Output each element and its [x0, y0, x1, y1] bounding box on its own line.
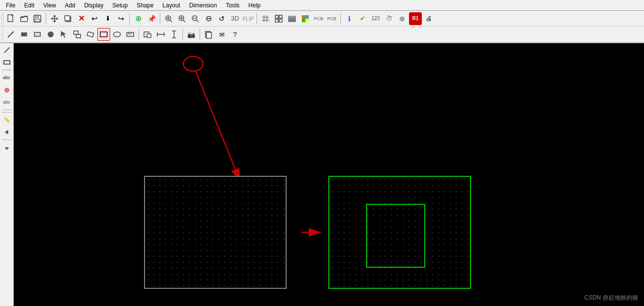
pcb2-button[interactable]: PCB	[325, 12, 338, 25]
sidebar-text-abc2[interactable]: abc	[1, 96, 13, 108]
zoom-in-button[interactable]	[176, 12, 188, 25]
menu-layout[interactable]: Layout	[159, 1, 184, 10]
svg-rect-41	[100, 32, 107, 37]
info-button[interactable]: ℹ	[343, 12, 355, 25]
svg-rect-32	[305, 19, 309, 22]
sidebar-sep2	[2, 110, 12, 110]
filled-rect-tool[interactable]	[18, 28, 30, 41]
diagram-right	[328, 176, 471, 289]
check-button[interactable]: ✔	[356, 12, 369, 25]
sidebar-ruler[interactable]: 📏	[1, 114, 13, 126]
sidebar-text-plus[interactable]: ⊕	[1, 84, 13, 96]
menu-display[interactable]: Display	[80, 1, 107, 10]
sep-t2-1	[139, 28, 139, 40]
zoom-prev-button[interactable]: ↺	[215, 12, 228, 25]
menu-bar: File Edit View Add Display Setup Shape L…	[0, 0, 644, 11]
delete-button[interactable]: ✕	[75, 12, 88, 25]
grid2-button[interactable]	[272, 12, 285, 25]
svg-rect-6	[65, 16, 70, 21]
sep-t2-3	[200, 28, 200, 40]
sidebar-sep1	[2, 70, 12, 70]
snap-button[interactable]: ⊕	[132, 12, 145, 25]
pcb1-button[interactable]: PCB	[312, 12, 325, 25]
svg-line-8	[170, 20, 172, 22]
svg-rect-56	[3, 60, 9, 64]
sidebar-expand[interactable]	[1, 141, 13, 153]
svg-point-42	[114, 32, 120, 37]
menu-shape[interactable]: Shape	[133, 1, 158, 10]
menu-view[interactable]: View	[39, 1, 60, 10]
layer-button[interactable]	[286, 12, 298, 25]
svg-line-16	[197, 20, 199, 22]
toolbar1-grip[interactable]	[1, 12, 4, 25]
color-button[interactable]	[299, 12, 312, 25]
sep4	[257, 13, 257, 25]
height-tool[interactable]	[168, 28, 180, 41]
toolbar2-grip[interactable]	[1, 28, 4, 41]
svg-rect-35	[34, 32, 40, 36]
email-tool[interactable]: ✉	[215, 28, 228, 41]
import-tool[interactable]	[141, 28, 154, 41]
pointer-tool[interactable]	[58, 28, 70, 41]
r1-button[interactable]: R1	[409, 12, 422, 25]
print-button[interactable]: 🖨	[422, 12, 435, 25]
camera-tool[interactable]: 📷	[185, 28, 198, 41]
undo-button[interactable]: ↩	[88, 12, 101, 25]
ellipse-tool[interactable]	[111, 28, 123, 41]
menu-help[interactable]: Help	[244, 1, 264, 10]
add-button[interactable]: ⊕	[396, 12, 409, 25]
redo-down-button[interactable]: ⬇	[101, 12, 114, 25]
diagonal-tool[interactable]	[4, 28, 17, 41]
svg-marker-57	[4, 130, 8, 135]
rotate-rect-tool[interactable]	[84, 28, 97, 41]
move-button[interactable]	[48, 12, 61, 25]
menu-setup[interactable]: Setup	[109, 1, 132, 10]
grid-button[interactable]	[259, 12, 272, 25]
multi-rect-tool[interactable]	[71, 28, 84, 41]
flip-button[interactable]: FLIP	[242, 12, 255, 25]
num-button[interactable]: 123	[369, 12, 382, 25]
menu-dimension[interactable]: Dimension	[185, 1, 221, 10]
open-button[interactable]	[18, 12, 30, 25]
diagram-left	[144, 176, 287, 289]
sidebar-diagonal[interactable]	[1, 44, 13, 56]
toolbar-row2: 📷 ✉ ?	[0, 27, 644, 42]
menu-add[interactable]: Add	[61, 1, 79, 10]
menu-edit[interactable]: Edit	[20, 1, 38, 10]
draw-rect-tool[interactable]	[97, 28, 110, 41]
copy-button[interactable]	[61, 12, 74, 25]
svg-rect-44	[128, 32, 131, 34]
inner-rectangle	[366, 204, 425, 268]
menu-tools[interactable]: Tools	[222, 1, 243, 10]
sep-t2-2	[182, 28, 183, 40]
save-button[interactable]	[31, 12, 44, 25]
svg-rect-22	[275, 15, 278, 18]
zoom-out-button[interactable]	[189, 12, 202, 25]
svg-rect-25	[279, 19, 282, 22]
svg-rect-23	[279, 15, 282, 18]
zoom-3d-button[interactable]: 3D	[229, 12, 241, 25]
sidebar-rect[interactable]	[1, 56, 13, 68]
rect-tab-tool[interactable]	[124, 28, 137, 41]
help-tool[interactable]: ?	[229, 28, 241, 41]
redo-button[interactable]: ↪	[115, 12, 127, 25]
svg-rect-39	[76, 34, 81, 38]
new-button[interactable]	[4, 12, 17, 25]
copy-paste-tool[interactable]	[202, 28, 215, 41]
menu-file[interactable]: File	[2, 1, 19, 10]
zoom-fit-button[interactable]	[162, 12, 175, 25]
rect-outline-tool[interactable]	[31, 28, 44, 41]
sidebar-arrow[interactable]	[1, 126, 13, 138]
sidebar-sep3	[2, 139, 12, 140]
left-sidebar: abc ⊕ abc 📏	[0, 43, 14, 306]
svg-rect-46	[147, 34, 151, 37]
svg-rect-38	[74, 31, 78, 34]
timer-button[interactable]: ⏱	[382, 12, 395, 25]
watermark: CSDN @赶地铁的猪	[584, 294, 638, 302]
svg-rect-27	[289, 18, 295, 20]
zoom-out2-button[interactable]: ⊖	[202, 12, 215, 25]
pin-button[interactable]: 📌	[145, 12, 158, 25]
width-tool[interactable]	[154, 28, 167, 41]
circle-tool[interactable]	[44, 28, 57, 41]
sidebar-text-abc[interactable]: abc	[1, 72, 13, 83]
